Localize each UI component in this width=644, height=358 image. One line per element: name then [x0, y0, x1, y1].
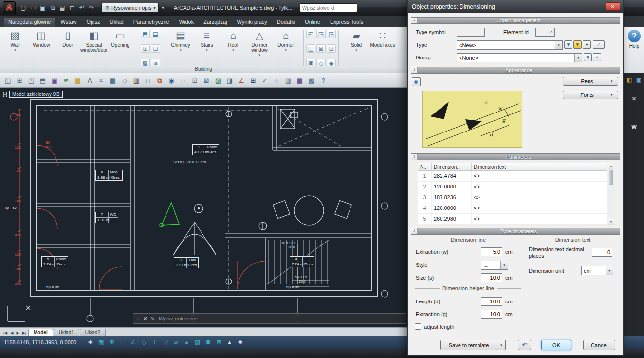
door-button[interactable]: ▯ Door	[55, 28, 81, 52]
quick-calc-icon[interactable]: ⊞	[248, 75, 258, 86]
beam-icon[interactable]: ⊞	[141, 44, 150, 53]
ortho-icon[interactable]: ∟	[118, 338, 127, 347]
purlin-icon[interactable]: ⊡	[327, 44, 336, 53]
tab-widok[interactable]: Widok	[175, 18, 199, 27]
selection-cycling-icon[interactable]: ⊠	[214, 338, 223, 347]
roof-opening-icon[interactable]: ◲	[327, 30, 336, 38]
truss-icon[interactable]: ⊠	[316, 44, 326, 53]
column-header[interactable]: N..	[418, 163, 432, 170]
cancel-button[interactable]: Cancel	[583, 340, 615, 350]
undo-button[interactable]: ↶	[518, 340, 531, 350]
roof-slope-icon[interactable]: ◱	[306, 44, 315, 53]
polar-icon[interactable]: ∠	[129, 338, 138, 347]
gutter-icon[interactable]: ◳	[316, 30, 326, 38]
measure-icon[interactable]: ∠	[236, 75, 247, 86]
group-add-button[interactable]: +	[593, 53, 601, 61]
redo-icon[interactable]: ↷	[87, 3, 96, 12]
next-layout-icon[interactable]: ▶	[15, 330, 20, 336]
type-pick-button[interactable]: ▼	[564, 40, 572, 49]
save-to-template-button[interactable]: Save to template	[440, 340, 497, 350]
type-library-button[interactable]: ▼	[573, 40, 582, 49]
command-line[interactable]: ∷ ✕ ✎ Wpisz polecenie	[133, 313, 406, 324]
field-icon[interactable]: ◉	[166, 75, 177, 86]
style-combobox[interactable]: →	[481, 261, 508, 270]
design-center-icon[interactable]: ▦	[294, 75, 305, 86]
drag-handle-icon[interactable]: ∷	[137, 316, 139, 321]
scroll-up-icon[interactable]: ▲	[608, 163, 614, 169]
size-s-input[interactable]	[481, 273, 502, 282]
pens-button[interactable]: Pens ▾	[563, 77, 618, 86]
plot-icon[interactable]: ▥	[131, 75, 142, 86]
toolbar-options-icon[interactable]: ▾	[160, 5, 166, 10]
render-icon[interactable]: ▣	[49, 75, 60, 86]
annotation-scale-icon[interactable]: ▲	[225, 338, 234, 347]
column-icon[interactable]: ⊟	[151, 44, 160, 53]
table-row[interactable]: 1 282.4784 <>	[418, 171, 607, 182]
chevron-down-icon[interactable]	[574, 54, 582, 62]
search-input[interactable]	[300, 3, 357, 12]
decimal-places-input[interactable]	[592, 248, 612, 257]
tab-model[interactable]: Model	[28, 329, 53, 336]
tab-narzedzia-glowne[interactable]: Narzędzia główne	[4, 18, 55, 27]
dynamic-input-icon[interactable]: ▱	[171, 338, 181, 347]
dimension-unit-combobox[interactable]: cm	[581, 266, 613, 275]
dormer-button[interactable]: ⌂ Dormer ▾	[273, 28, 299, 52]
preview-camera-button[interactable]: ◉	[412, 77, 421, 86]
close-icon[interactable]: ✕	[143, 316, 147, 322]
dormer-window-button[interactable]: △ Dormer window ▾	[246, 28, 273, 57]
quick-properties-icon[interactable]: ▣	[203, 338, 213, 347]
type-apply-button[interactable]: ✓	[593, 40, 605, 49]
undo-icon[interactable]: ↶	[77, 3, 86, 12]
osnap-icon[interactable]: ◇	[139, 338, 148, 347]
special-window-door-button[interactable]: ◧ Special window/door	[81, 28, 107, 57]
table-row[interactable]: 2 120.0000 <>	[418, 182, 607, 192]
snap-icon[interactable]: ⊞	[107, 338, 116, 347]
lineweight-icon[interactable]: ≡	[182, 338, 191, 347]
tool-palettes-icon[interactable]: ▩	[306, 75, 317, 86]
named-views-icon[interactable]: ⊞	[14, 75, 25, 86]
dialog-title-bar[interactable]: Object properties: Dimensioning	[408, 0, 623, 13]
palette-icon-2[interactable]: ▣	[635, 76, 643, 84]
chevron-down-icon[interactable]	[500, 261, 508, 269]
scrollbar-thumb[interactable]	[609, 170, 613, 185]
solid-button[interactable]: ▰ Solid ▾	[343, 28, 369, 52]
collapse-icon[interactable]: ⇕	[411, 154, 418, 160]
otrack-icon[interactable]: ⊥	[150, 338, 159, 347]
tab-zarzadzaj[interactable]: Zarządzaj	[199, 18, 231, 27]
floor-icon[interactable]: ⬓	[151, 30, 160, 38]
chimney-button[interactable]: ▤ Chimney ▾	[167, 28, 194, 52]
section-header-parameters[interactable]: ⇕ Parameters	[411, 153, 620, 160]
extraction-w-input[interactable]	[481, 247, 502, 256]
table-row[interactable]: 5 260.2980 <>	[418, 214, 607, 225]
transparency-icon[interactable]: ▨	[193, 338, 202, 347]
modul-axes-button[interactable]: ∷ Modul axes	[369, 28, 396, 52]
visual-styles-icon[interactable]: ⬒	[37, 75, 48, 86]
workspace-switcher[interactable]: ⚙ Rysowanie i opis ▾	[101, 3, 159, 13]
tab-wstaw[interactable]: Wstaw	[56, 18, 81, 27]
stairs-button[interactable]: ≡ Stairs ▾	[194, 28, 220, 52]
window-button[interactable]: ◫ Window	[28, 28, 55, 52]
3d-views-icon[interactable]: ◳	[26, 75, 37, 86]
wall-button[interactable]: ▨ Wall ▾	[2, 28, 28, 52]
crosshair-icon[interactable]: ✚	[86, 338, 95, 347]
column-header[interactable]: Dimension text	[472, 163, 607, 170]
tab-parametryczne[interactable]: Parametryczne	[129, 18, 174, 27]
ole-icon[interactable]: ◨	[224, 75, 235, 86]
info-icon[interactable]: ?	[318, 75, 329, 86]
tab-uklad[interactable]: Układ	[106, 18, 128, 27]
block-editor-icon[interactable]: ▱	[178, 75, 188, 86]
group-combobox[interactable]: <None>	[457, 53, 582, 62]
dim-style-icon[interactable]: ⌗	[96, 75, 107, 86]
dynamic-ucs-icon[interactable]: ◿	[161, 338, 170, 347]
layer-manager-icon[interactable]: ≋	[61, 75, 72, 86]
ceiling-icon[interactable]: ⬒	[141, 30, 150, 38]
type-add-button[interactable]: +	[583, 40, 591, 49]
text-style-icon[interactable]: A	[84, 75, 95, 86]
palette-tab-letter[interactable]: w	[624, 123, 644, 130]
new-icon[interactable]: ▢	[19, 3, 28, 12]
open-icon[interactable]: ▭	[29, 3, 37, 12]
viewport-minimize[interactable]: [-]	[3, 92, 7, 97]
dialog-close-button[interactable]: ✕	[606, 2, 620, 11]
element-id-input[interactable]	[535, 28, 555, 37]
insert-block-icon[interactable]: ⊡	[189, 75, 200, 86]
